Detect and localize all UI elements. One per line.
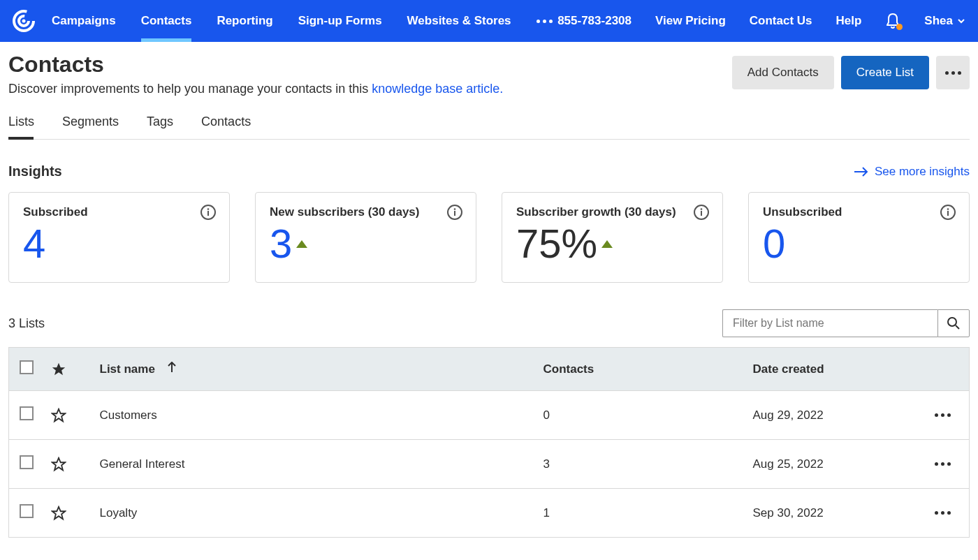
notifications-button[interactable]	[885, 13, 900, 29]
app-logo[interactable]	[10, 7, 38, 35]
notification-dot-icon	[896, 24, 903, 30]
insight-value: 4	[23, 223, 215, 264]
row-more-button[interactable]	[935, 511, 963, 515]
row-date: Aug 25, 2022	[746, 440, 928, 489]
nav-signup-forms[interactable]: Sign-up Forms	[298, 0, 382, 42]
tab-contacts[interactable]: Contacts	[201, 115, 251, 139]
search-icon	[947, 316, 961, 330]
nav-websites-stores[interactable]: Websites & Stores	[407, 0, 511, 42]
star-outline-icon[interactable]	[51, 506, 86, 521]
header-more-button[interactable]	[936, 56, 970, 89]
tab-tags[interactable]: Tags	[147, 115, 173, 139]
row-checkbox[interactable]	[20, 455, 34, 469]
info-icon[interactable]	[200, 204, 217, 221]
insight-value: 3	[270, 223, 462, 264]
svg-point-7	[454, 208, 456, 210]
star-outline-icon[interactable]	[51, 457, 86, 472]
svg-rect-14	[947, 211, 949, 216]
insight-card: Subscribed4	[8, 192, 230, 283]
see-more-insights-link[interactable]: See more insights	[854, 165, 970, 179]
row-contacts: 0	[537, 391, 746, 440]
column-list-name[interactable]: List name	[100, 362, 155, 376]
row-list-name[interactable]: Customers	[93, 391, 537, 440]
nav-help[interactable]: Help	[836, 14, 862, 28]
row-checkbox[interactable]	[20, 406, 34, 420]
lists-count: 3 Lists	[8, 316, 45, 331]
table-row[interactable]: Customers0Aug 29, 2022	[9, 391, 970, 440]
insight-card: Subscriber growth (30 days)75%	[502, 192, 723, 283]
svg-point-2	[22, 20, 26, 23]
insight-cards: Subscribed4New subscribers (30 days)3Sub…	[8, 192, 970, 283]
insight-label: Subscriber growth (30 days)	[516, 205, 708, 219]
row-more-button[interactable]	[935, 413, 963, 417]
sort-asc-icon[interactable]	[167, 362, 177, 373]
row-date: Aug 29, 2022	[746, 391, 928, 440]
star-outline-icon[interactable]	[51, 408, 86, 423]
insight-card: New subscribers (30 days)3	[255, 192, 476, 283]
nav-contacts[interactable]: Contacts	[141, 0, 192, 42]
chevron-down-icon	[957, 17, 965, 25]
insights-heading: Insights	[8, 163, 62, 179]
info-icon[interactable]	[446, 204, 463, 221]
table-row[interactable]: Loyalty1Sep 30, 2022	[9, 489, 970, 538]
row-checkbox[interactable]	[20, 504, 34, 518]
subtabs: Lists Segments Tags Contacts	[8, 115, 970, 140]
user-menu[interactable]: Shea	[924, 14, 965, 28]
nav-reporting[interactable]: Reporting	[217, 0, 272, 42]
row-date: Sep 30, 2022	[746, 489, 928, 538]
row-list-name[interactable]: Loyalty	[93, 489, 537, 538]
insight-label: Subscribed	[23, 205, 215, 219]
svg-point-13	[947, 208, 949, 210]
svg-point-15	[948, 318, 956, 326]
top-nav: Campaigns Contacts Reporting Sign-up For…	[0, 0, 978, 42]
user-name: Shea	[924, 14, 953, 28]
nav-phone[interactable]: 855-783-2308	[557, 14, 632, 28]
insight-card: Unsubscribed0	[748, 192, 970, 283]
nav-more-button[interactable]	[537, 0, 553, 42]
info-icon[interactable]	[693, 204, 710, 221]
svg-point-10	[701, 208, 703, 210]
trend-up-icon	[296, 240, 307, 248]
insight-label: New subscribers (30 days)	[270, 205, 462, 219]
svg-point-4	[207, 208, 210, 210]
insight-label: Unsubscribed	[763, 205, 955, 219]
svg-rect-8	[454, 211, 455, 216]
lists-table: List name Contacts Date created Customer…	[8, 347, 970, 538]
row-more-button[interactable]	[935, 462, 963, 466]
row-list-name[interactable]: General Interest	[93, 440, 537, 489]
nav-view-pricing[interactable]: View Pricing	[655, 14, 726, 28]
filter-search-button[interactable]	[937, 309, 970, 337]
insight-value: 75%	[516, 223, 708, 264]
row-contacts: 1	[537, 489, 746, 538]
page-subtitle: Discover improvements to help you manage…	[8, 82, 503, 96]
trend-up-icon	[601, 240, 613, 248]
column-contacts[interactable]: Contacts	[537, 348, 746, 391]
select-all-checkbox[interactable]	[20, 360, 34, 374]
more-icon	[945, 71, 961, 75]
tab-segments[interactable]: Segments	[62, 115, 119, 139]
page-title: Contacts	[8, 52, 503, 78]
svg-rect-5	[207, 211, 209, 216]
add-contacts-button[interactable]: Add Contacts	[732, 56, 834, 89]
filter-input[interactable]	[722, 309, 937, 337]
nav-contact-us[interactable]: Contact Us	[750, 14, 812, 28]
table-row[interactable]: General Interest3Aug 25, 2022	[9, 440, 970, 489]
row-contacts: 3	[537, 440, 746, 489]
knowledge-base-link[interactable]: knowledge base article.	[372, 82, 503, 96]
tab-lists[interactable]: Lists	[8, 115, 34, 139]
insight-value: 0	[763, 223, 955, 264]
star-filled-icon[interactable]	[51, 362, 66, 377]
arrow-right-icon	[854, 167, 869, 177]
more-icon	[537, 20, 553, 23]
svg-rect-11	[701, 211, 702, 216]
column-date-created[interactable]: Date created	[746, 348, 928, 391]
nav-campaigns[interactable]: Campaigns	[52, 0, 116, 42]
create-list-button[interactable]: Create List	[841, 56, 929, 89]
info-icon[interactable]	[940, 204, 956, 221]
